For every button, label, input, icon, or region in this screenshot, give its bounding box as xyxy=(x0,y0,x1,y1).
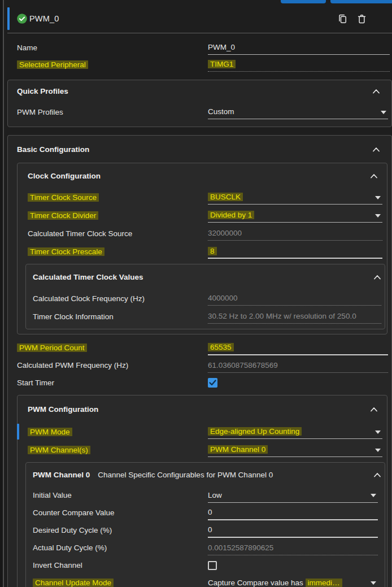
counter-compare-value-input[interactable]: 0 xyxy=(208,506,378,520)
caret-down-icon xyxy=(371,581,376,585)
calculated-clock-frequency-row: Calculated Clock Frequency (Hz) 4000000 xyxy=(26,289,385,307)
timer-clock-divider-select[interactable]: Divided by 1 xyxy=(208,208,382,223)
pwm-period-count-input[interactable]: 65535 xyxy=(208,341,388,355)
clock-configuration-card: Clock Configuration Timer Clock Source B… xyxy=(17,163,387,334)
clock-configuration-title: Clock Configuration xyxy=(28,172,101,180)
pwm-configuration-card: PWM Configuration PWM Mode Edge-aligned … xyxy=(17,395,387,587)
desired-duty-cycle-label: Desired Duty Cycle (%) xyxy=(33,526,208,534)
copy-icon[interactable] xyxy=(337,13,348,25)
selected-peripheral-value[interactable]: TIMG1 xyxy=(208,57,390,72)
start-timer-checkbox[interactable] xyxy=(208,378,217,388)
header-divider xyxy=(7,33,392,33)
chevron-up-icon[interactable] xyxy=(370,173,378,179)
initial-value-select[interactable]: Low xyxy=(208,488,378,503)
name-row: Name PWM_0 xyxy=(7,39,392,56)
selected-peripheral-row: Selected Peripheral TIMG1 xyxy=(7,56,392,73)
timer-clock-source-label: Timer Clock Source xyxy=(28,193,99,202)
timer-clock-prescale-input[interactable]: 8 xyxy=(208,244,382,259)
pwm-profiles-label: PWM Profiles xyxy=(17,108,208,116)
pwm-period-count-label: PWM Period Count xyxy=(17,343,87,352)
timer-clock-information-row: Timer Clock Information 30.52 Hz to 2.00… xyxy=(26,307,385,325)
actual-duty-cycle-value: 0.00152587890625 xyxy=(208,541,378,555)
panel-splitter[interactable] xyxy=(3,0,4,587)
start-timer-row: Start Timer xyxy=(8,374,391,392)
chevron-up-icon[interactable] xyxy=(370,407,378,412)
actual-duty-cycle-label: Actual Duty Cycle (%) xyxy=(33,543,208,552)
quick-profiles-title: Quick Profiles xyxy=(17,87,68,95)
channel-update-mode-select[interactable]: Capture Compare value has immedi… xyxy=(208,576,378,587)
name-label: Name xyxy=(17,44,208,52)
timer-clock-divider-row: Timer Clock Divider Divided by 1 xyxy=(18,206,387,224)
pwm-profiles-row: PWM Profiles Custom xyxy=(8,102,391,122)
calculated-pwm-frequency-value: 61.03608758678569 xyxy=(208,358,388,373)
chevron-up-icon[interactable] xyxy=(372,147,380,152)
basic-configuration-card: Basic Configuration Clock Configuration … xyxy=(7,135,392,587)
pwm-mode-label: PWM Mode xyxy=(28,428,72,436)
pwm-channel-0-title-row: PWM Channel 0 Channel Specific Configura… xyxy=(26,463,385,486)
desired-duty-cycle-input[interactable]: 0 xyxy=(208,523,378,538)
calculated-clock-frequency-label: Calculated Clock Frequency (Hz) xyxy=(33,294,208,303)
basic-configuration-title-row: Basic Configuration xyxy=(8,136,391,163)
calculated-values-title-row: Calculated Timer Clock Values xyxy=(26,264,385,289)
caret-down-icon xyxy=(371,494,376,497)
caret-down-icon xyxy=(381,111,386,114)
pwm-mode-row: PWM Mode Edge-aligned Up Counting xyxy=(18,423,387,441)
chevron-up-icon[interactable] xyxy=(372,89,380,94)
calculated-timer-clock-source-value: 32000000 xyxy=(208,226,382,241)
counter-compare-value-label: Counter Compare Value xyxy=(33,508,208,517)
caret-down-icon xyxy=(375,431,381,434)
clock-configuration-title-row: Clock Configuration xyxy=(18,163,387,188)
name-input[interactable]: PWM_0 xyxy=(208,40,390,55)
chevron-up-icon[interactable] xyxy=(373,275,381,280)
calculated-clock-frequency-value: 4000000 xyxy=(208,291,381,306)
caret-down-icon xyxy=(375,214,381,218)
desired-duty-cycle-row: Desired Duty Cycle (%) 0 xyxy=(26,521,385,539)
timer-clock-prescale-row: Timer Clock Prescale 8 xyxy=(18,242,387,260)
channel-update-mode-row: Channel Update Mode Capture Compare valu… xyxy=(26,574,385,587)
trash-icon[interactable] xyxy=(356,13,367,25)
invert-channel-row: Invert Channel xyxy=(26,556,385,574)
pwm-period-count-row: PWM Period Count 65535 xyxy=(8,339,391,356)
check-circle-icon xyxy=(16,13,28,24)
timer-clock-divider-label: Timer Clock Divider xyxy=(28,211,98,220)
selected-peripheral-label: Selected Peripheral xyxy=(17,60,208,69)
pwm-channels-label: PWM Channel(s) xyxy=(28,446,90,454)
counter-compare-value-row: Counter Compare Value 0 xyxy=(26,504,385,521)
actual-duty-cycle-row: Actual Duty Cycle (%) 0.00152587890625 xyxy=(26,539,385,556)
module-header: PWM_0 xyxy=(7,6,392,32)
pwm-channel-0-card: PWM Channel 0 Channel Specific Configura… xyxy=(25,462,385,587)
calculated-timer-clock-source-row: Calculated Timer Clock Source 32000000 xyxy=(18,224,387,242)
timer-clock-source-select[interactable]: BUSCLK xyxy=(208,190,382,205)
pwm-mode-select[interactable]: Edge-aligned Up Counting xyxy=(208,424,382,439)
pwm-channel-0-title: PWM Channel 0 xyxy=(33,471,90,479)
chevron-up-icon[interactable] xyxy=(373,472,381,477)
start-timer-label: Start Timer xyxy=(17,379,208,387)
timer-clock-information-label: Timer Clock Information xyxy=(33,312,208,321)
timer-clock-prescale-label: Timer Clock Prescale xyxy=(28,247,104,256)
caret-down-icon xyxy=(375,196,381,199)
calculated-timer-clock-values-card: Calculated Timer Clock Values Calculated… xyxy=(25,264,385,329)
pwm-configuration-title: PWM Configuration xyxy=(28,405,98,414)
initial-value-label: Initial Value xyxy=(33,491,208,499)
timer-clock-information-value: 30.52 Hz to 2.00 MHz w/ resolution of 25… xyxy=(208,309,381,324)
pwm-config-pane: PWM_0 Name PWM_0 Selected Peripher xyxy=(0,0,392,587)
quick-profiles-title-row: Quick Profiles xyxy=(8,80,391,102)
pwm-configuration-title-row: PWM Configuration xyxy=(18,395,387,423)
caret-down-icon xyxy=(375,449,381,452)
calculated-pwm-frequency-label: Calculated PWM Frequency (Hz) xyxy=(17,361,208,369)
channel-update-mode-label: Channel Update Mode xyxy=(33,579,114,587)
module-accent-bar xyxy=(7,7,10,30)
pwm-channels-row: PWM Channel(s) PWM Channel 0 xyxy=(18,441,387,459)
pwm-profiles-select[interactable]: Custom xyxy=(208,105,388,119)
invert-channel-checkbox[interactable] xyxy=(208,561,217,570)
quick-profiles-card: Quick Profiles PWM Profiles Custom xyxy=(7,80,392,127)
calculated-values-title: Calculated Timer Clock Values xyxy=(33,273,143,281)
calculated-pwm-frequency-row: Calculated PWM Frequency (Hz) 61.0360875… xyxy=(8,356,391,374)
pwm-channels-select[interactable]: PWM Channel 0 xyxy=(208,442,382,457)
module-title: PWM_0 xyxy=(29,14,59,23)
initial-value-row: Initial Value Low xyxy=(26,486,385,504)
invert-channel-label: Invert Channel xyxy=(33,561,208,569)
timer-clock-source-row: Timer Clock Source BUSCLK xyxy=(18,188,387,206)
basic-configuration-title: Basic Configuration xyxy=(17,145,89,154)
pwm-channel-0-subtitle: Channel Specific Configurables for PWM C… xyxy=(98,471,273,479)
